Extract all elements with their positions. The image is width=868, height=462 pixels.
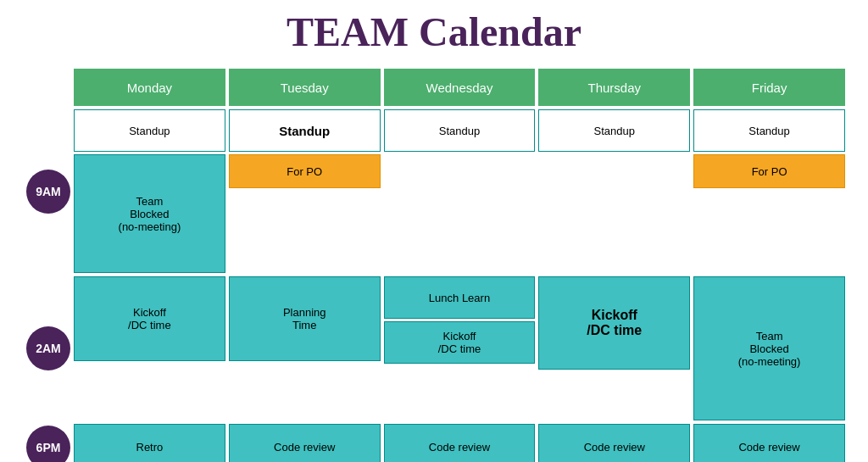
day-header-tuesday: Tuesday [229, 69, 381, 106]
page-title: TEAM Calendar [287, 8, 581, 55]
monday-col-3: Retro [74, 424, 225, 462]
event-retro-monday: Retro [74, 424, 225, 462]
day-header-monday: Monday [74, 69, 225, 106]
wednesday-col-2: Lunch Learn Kickoff/DC time [384, 276, 536, 420]
tuesday-col-2: PlanningTime [229, 276, 381, 420]
thursday-col-2: Kickoff/DC time [538, 276, 690, 420]
day-header-friday: Friday [693, 69, 845, 106]
monday-col: Standup TeamBlocked(no-meeting) [74, 109, 225, 273]
friday-col: Standup For PO [693, 109, 845, 273]
tuesday-col-3: Code review [229, 424, 381, 462]
event-forpo-tuesday: For PO [229, 154, 381, 188]
day-header-thursday: Thursday [538, 69, 690, 106]
event-codereview-thursday: Code review [538, 424, 690, 462]
event-standup-friday: Standup [693, 109, 845, 152]
tuesday-col: Standup For PO [229, 109, 381, 273]
calendar: Monday Tuesday Wednesday Thursday Friday… [23, 69, 845, 462]
day-header-wednesday: Wednesday [384, 69, 536, 106]
wednesday-col: Standup [384, 109, 536, 273]
event-planning-tuesday: PlanningTime [229, 276, 381, 361]
event-kickoff-thursday: Kickoff/DC time [538, 276, 690, 370]
event-standup-wednesday: Standup [384, 109, 536, 152]
thursday-col: Standup [538, 109, 690, 273]
monday-col-2: Kickoff/DC time [74, 276, 225, 420]
event-codereview-tuesday: Code review [229, 424, 381, 462]
event-standup-monday: Standup [74, 109, 225, 152]
time-label-2am: 2AM [23, 276, 74, 420]
event-codereview-friday: Code review [693, 424, 845, 462]
event-codereview-wednesday: Code review [384, 424, 536, 462]
event-kickoff-wednesday: Kickoff/DC time [384, 321, 536, 364]
event-forpo-friday: For PO [693, 154, 845, 188]
event-team-blocked-monday: TeamBlocked(no-meeting) [74, 154, 225, 273]
event-kickoff-monday: Kickoff/DC time [74, 276, 225, 361]
wednesday-col-3: Code review [384, 424, 536, 462]
friday-col-2: TeamBlocked(no-meeting) [693, 276, 845, 420]
time-label-6pm: 6PM [23, 424, 74, 462]
time-label-9am: 9AM [23, 109, 74, 273]
event-standup-tuesday: Standup [229, 109, 381, 152]
event-lunchlearn-wednesday: Lunch Learn [384, 276, 536, 319]
event-standup-thursday: Standup [538, 109, 690, 152]
thursday-col-3: Code review [538, 424, 690, 462]
friday-col-3: Code review [693, 424, 845, 462]
event-team-blocked-friday: TeamBlocked(no-meeting) [693, 276, 845, 420]
